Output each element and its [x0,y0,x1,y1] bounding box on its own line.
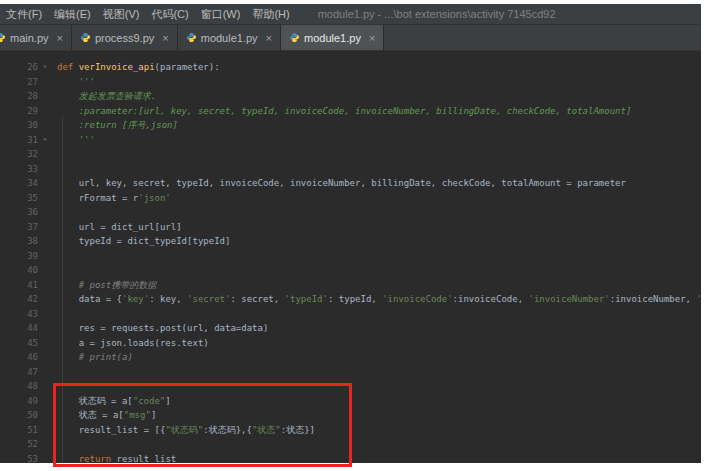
fold-spacer [38,292,52,307]
editor-tab-4-module1.py[interactable]: module1.py× [281,25,384,50]
code-token: : key, [149,294,187,304]
line-number: 27 [0,75,38,90]
close-tab-icon[interactable]: × [162,32,168,44]
code-line-28[interactable]: 发起发票查验请求. [57,89,701,104]
python-icon [0,32,6,43]
code-token: 'billingDate' [696,294,701,304]
close-tab-icon[interactable]: × [369,32,375,44]
menu-item-1[interactable]: 文件(F) [0,7,48,22]
menu-item-5[interactable]: 窗口(W) [195,7,247,22]
fold-arrow-icon[interactable]: ▾ [38,60,52,75]
fold-spacer [38,249,52,264]
code-line-32[interactable] [57,147,701,162]
code-token: :invoiceCode, [453,294,529,304]
code-token: 'invoiceCode' [382,294,452,304]
line-number: 49 [0,394,38,409]
line-number: 47 [0,365,38,380]
code-line-45[interactable]: a = json.loads(res.text) [57,336,701,351]
code-token: : typeId, [328,294,382,304]
fold-spacer [38,176,52,191]
code-line-44[interactable]: res = requests.post(url, data=data) [57,321,701,336]
python-icon [289,32,300,43]
line-number: 50 [0,408,38,423]
fold-spacer [38,205,52,220]
code-line-36[interactable] [57,205,701,220]
code-token: data = { [57,294,122,304]
tab-label: main.py [10,32,49,44]
fold-spacer [38,234,52,249]
fold-spacer [38,75,52,90]
line-number: 51 [0,423,38,438]
tab-label: module1.py [304,32,361,44]
line-number: 35 [0,191,38,206]
editor-tab-3-module1.py[interactable]: module1.py× [178,25,281,50]
code-line-39[interactable] [57,249,701,264]
code-line-34[interactable]: url, key, secret, typeId, invoiceCode, i… [57,176,701,191]
red-annotation-box [53,383,352,467]
code-token: def [57,62,73,72]
code-line-29[interactable]: :parameter:[url, key, secret, typeId, in… [57,104,701,119]
fold-spacer [38,307,52,322]
line-number: 32 [0,147,38,162]
close-tab-icon[interactable]: × [57,32,63,44]
fold-spacer [38,89,52,104]
code-token: (parameter): [155,62,220,72]
fold-spacer [38,350,52,365]
line-number: 43 [0,307,38,322]
fold-arrow-icon[interactable]: ▾ [38,133,52,148]
fold-spacer [38,220,52,235]
code-token: url, key, secret, typeId, invoiceCode, i… [57,178,626,188]
code-token: 'key' [122,294,149,304]
fold-spacer [38,263,52,278]
editor-tab-1-main.py[interactable]: main.py× [0,25,72,50]
line-number: 42 [0,292,38,307]
code-token: a = json.loads(res.text) [57,338,209,348]
menu-items: 文件(F)编辑(E)视图(V)代码(C)窗口(W)帮助(H) [0,7,296,22]
code-line-30[interactable]: :return [序号,json] [57,118,701,133]
menu-item-6[interactable]: 帮助(H) [246,7,295,22]
line-number: 46 [0,350,38,365]
line-number: 39 [0,249,38,264]
code-line-38[interactable]: typeId = dict_typeId[typeId] [57,234,701,249]
close-tab-icon[interactable]: × [266,32,272,44]
code-token: :return [序号,json] [57,120,178,130]
code-token: : secret, [230,294,284,304]
code-line-37[interactable]: url = dict_url[url] [57,220,701,235]
fold-spacer [38,278,52,293]
code-token: url = dict_url[url] [57,222,182,232]
fold-spacer [38,452,52,464]
line-number: 48 [0,379,38,394]
code-line-27[interactable]: ''' [57,75,701,90]
code-line-43[interactable] [57,307,701,322]
code-line-31[interactable]: ''' [57,133,701,148]
code-token: res = requests.post(url, data=data) [57,323,268,333]
line-number: 33 [0,162,38,177]
editor-tab-2-process9.py[interactable]: process9.py× [72,25,178,50]
line-number: 26 [0,60,38,75]
code-line-46[interactable]: # print(a) [57,350,701,365]
code-line-40[interactable] [57,263,701,278]
code-line-41[interactable]: # post携带的数据 [57,278,701,293]
menu-bar: 文件(F)编辑(E)视图(V)代码(C)窗口(W)帮助(H) module1.p… [0,4,701,25]
menu-item-4[interactable]: 代码(C) [145,7,194,22]
fold-spacer [38,321,52,336]
code-line-47[interactable] [57,365,701,380]
fold-spacer [38,104,52,119]
fold-spacer [38,423,52,438]
fold-spacer [38,336,52,351]
code-line-33[interactable] [57,162,701,177]
menu-item-3[interactable]: 视图(V) [97,7,146,22]
line-number: 45 [0,336,38,351]
code-line-26[interactable]: def verInvoice_api(parameter): [57,60,701,75]
code-line-35[interactable]: rFormat = r'json' [57,191,701,206]
line-number: 30 [0,118,38,133]
line-number: 52 [0,437,38,452]
menu-item-2[interactable]: 编辑(E) [48,7,97,22]
fold-spacer [38,118,52,133]
tab-label: process9.py [95,32,154,44]
line-number: 40 [0,263,38,278]
line-number: 38 [0,234,38,249]
code-line-42[interactable]: data = {'key': key, 'secret': secret, 't… [57,292,701,307]
fold-spacer [38,379,52,394]
code-token: rFormat = r [57,193,138,203]
